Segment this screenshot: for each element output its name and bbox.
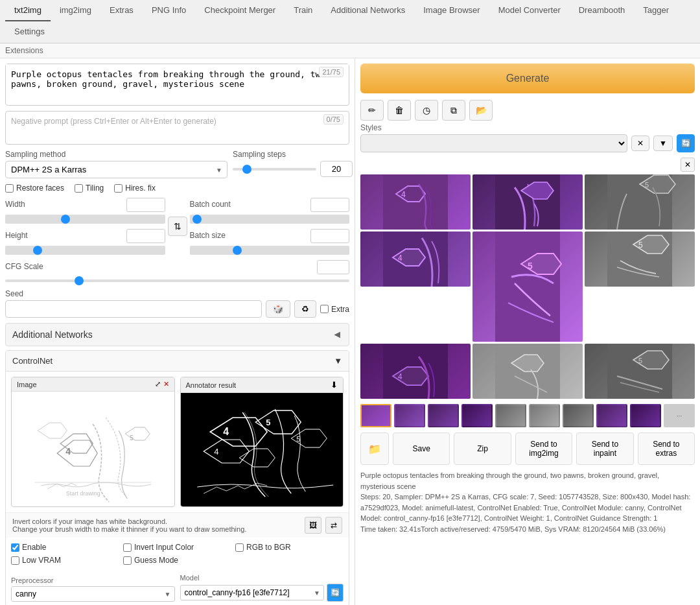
thumbnail-10[interactable]: ···	[664, 404, 695, 427]
save-button[interactable]: Save	[393, 433, 450, 465]
tab-image-browser[interactable]: Image Browser	[414, 0, 489, 21]
cn-rgb-bgr-input[interactable]	[235, 543, 244, 552]
send-to-img2img-button[interactable]: Send to img2img	[515, 433, 572, 465]
seed-recycle-button[interactable]: ♻	[294, 300, 316, 318]
styles-refresh-button[interactable]: 🔄	[677, 134, 695, 152]
cn-invert-checkbox[interactable]: Invert Input Color	[123, 543, 231, 552]
output-image-5[interactable]: 5	[472, 231, 583, 342]
tab-model-converter[interactable]: Model Converter	[489, 0, 570, 21]
batch-count-input[interactable]: 3	[310, 198, 349, 212]
pencil-button[interactable]: ✏	[360, 100, 384, 121]
width-input[interactable]: 800	[126, 198, 165, 212]
cn-invert-input[interactable]	[123, 543, 132, 552]
seed-input[interactable]: -1	[5, 300, 262, 318]
positive-prompt[interactable]: Purple octopus tentacles from breaking t…	[6, 64, 349, 103]
history-button[interactable]: ◷	[415, 100, 438, 121]
cn-rgb-bgr-checkbox[interactable]: RGB to BGR	[235, 543, 344, 552]
cfg-slider[interactable]	[5, 279, 349, 282]
trash-button[interactable]: 🗑	[388, 100, 411, 121]
output-image-2[interactable]	[472, 174, 583, 230]
output-image-3[interactable]: 5	[585, 174, 695, 230]
open-folder-button[interactable]: 📁	[360, 433, 389, 465]
folder-open-button[interactable]: 📂	[469, 100, 493, 121]
model-label: Model	[180, 574, 344, 582]
input-image-content[interactable]: 4 5	[12, 392, 174, 505]
send-to-extras-button[interactable]: Send to extras	[638, 433, 695, 465]
thumbnail-2[interactable]	[394, 404, 425, 427]
generate-button[interactable]: Generate	[360, 64, 695, 93]
thumbnail-8[interactable]	[596, 404, 627, 427]
thumbnail-5[interactable]	[495, 404, 526, 427]
styles-clear-button[interactable]: ✕	[631, 136, 649, 151]
tab-txt2img[interactable]: txt2img	[5, 0, 51, 21]
controlnet-toggle[interactable]: ControlNet ▼	[6, 351, 349, 372]
cn-low-vram-input[interactable]	[11, 556, 19, 565]
sampling-method-select[interactable]: DPM++ 2S a Karras	[5, 161, 228, 178]
output-image-7[interactable]: 4	[360, 344, 471, 399]
copy-button[interactable]: ⧉	[442, 100, 465, 121]
thumbnail-1[interactable]	[360, 404, 391, 427]
model-select[interactable]: control_canny-fp16 [e3fe7712]	[180, 585, 325, 600]
seed-dice-button[interactable]: 🎲	[266, 300, 290, 318]
height-slider[interactable]	[5, 246, 165, 255]
thumbnail-6[interactable]	[529, 404, 560, 427]
cn-guess-mode-checkbox[interactable]: Guess Mode	[123, 556, 231, 565]
thumbnail-3[interactable]	[428, 404, 459, 427]
output-close-button[interactable]: ✕	[681, 158, 695, 172]
input-image-close-icon[interactable]: ✕	[163, 380, 169, 388]
tab-additional-networks[interactable]: Additional Networks	[321, 0, 414, 21]
additional-networks-toggle[interactable]: Additional Networks ◄	[5, 323, 349, 346]
output-image-4[interactable]: 4	[360, 231, 471, 287]
cn-enable-input[interactable]	[11, 543, 19, 552]
send-to-inpaint-button[interactable]: Send to inpaint	[576, 433, 633, 465]
restore-faces-checkbox[interactable]: Restore faces	[5, 184, 64, 193]
batch-count-slider[interactable]	[190, 215, 350, 224]
batch-size-slider[interactable]	[190, 246, 350, 255]
tab-img2img[interactable]: img2img	[51, 0, 100, 21]
tab-train[interactable]: Train	[285, 0, 321, 21]
thumbnail-7[interactable]	[563, 404, 594, 427]
seed-row: -1 🎲 ♻ Extra	[5, 300, 349, 318]
tab-dreambooth[interactable]: Dreambooth	[570, 0, 635, 21]
cn-enable-checkbox[interactable]: Enable	[11, 543, 119, 552]
cn-low-vram-checkbox[interactable]: Low VRAM	[11, 556, 119, 565]
tab-tagger[interactable]: Tagger	[634, 0, 678, 21]
negative-prompt[interactable]: Negative prompt (press Ctrl+Enter or Alt…	[6, 112, 349, 144]
tab-checkpoint-merger[interactable]: Checkpoint Merger	[195, 0, 285, 21]
styles-dropdown-button[interactable]: ▼	[653, 136, 673, 151]
swap-dimensions-button[interactable]: ⇅	[168, 217, 187, 236]
hint-image-icon-button[interactable]: 🖼	[305, 517, 321, 534]
cfg-input[interactable]: 7	[317, 260, 349, 274]
tab-png-info[interactable]: PNG Info	[143, 0, 195, 21]
output-image-9[interactable]: 5	[585, 344, 695, 399]
tab-extras[interactable]: Extras	[100, 0, 143, 21]
output-image-6[interactable]: 5	[585, 231, 695, 287]
output-image-1[interactable]: 4	[360, 174, 471, 230]
height-input[interactable]: 430	[126, 229, 165, 243]
tiling-input[interactable]	[75, 184, 83, 193]
preprocessor-select[interactable]: canny	[11, 586, 175, 602]
styles-select[interactable]	[360, 134, 627, 152]
width-slider[interactable]	[5, 215, 165, 224]
zip-button[interactable]: Zip	[454, 433, 511, 465]
input-image-zoom-icon[interactable]: ⤢	[155, 380, 161, 388]
tiling-checkbox[interactable]: Tiling	[75, 184, 104, 193]
restore-faces-input[interactable]	[5, 184, 14, 193]
extra-input[interactable]	[320, 305, 329, 313]
thumbnail-9[interactable]	[630, 404, 661, 427]
model-refresh-button[interactable]: 🔄	[327, 584, 344, 602]
annotator-download-icon[interactable]: ⬇	[331, 380, 338, 390]
preprocessor-select-wrap: canny ▼	[11, 586, 175, 602]
output-image-8[interactable]	[472, 344, 583, 399]
hires-fix-input[interactable]	[114, 184, 122, 193]
cn-guess-mode-input[interactable]	[123, 556, 132, 565]
tab-settings[interactable]: Settings	[5, 21, 54, 43]
steps-slider[interactable]	[233, 168, 316, 171]
hires-fix-checkbox[interactable]: Hires. fix	[114, 184, 156, 193]
steps-input[interactable]: 20	[320, 161, 353, 177]
extra-checkbox[interactable]: Extra	[320, 305, 349, 314]
batch-size-input[interactable]: 3	[310, 229, 349, 243]
thumbnail-4[interactable]	[461, 404, 493, 427]
hint-swap-icon-button[interactable]: ⇄	[325, 517, 342, 534]
sampling-steps-section: Sampling steps 20	[233, 150, 349, 177]
